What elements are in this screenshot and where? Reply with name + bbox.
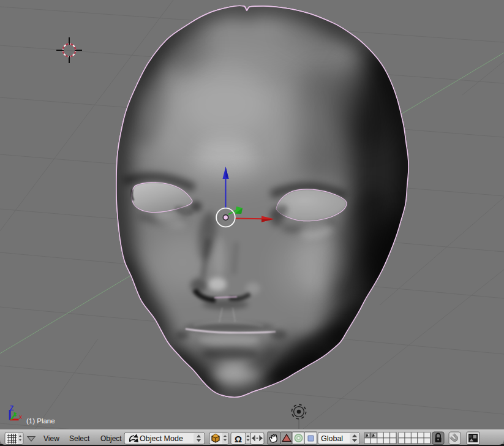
svg-text:(1) Plane: (1) Plane xyxy=(26,417,55,425)
svg-text:Ω: Ω xyxy=(235,434,242,444)
svg-text:x: x xyxy=(19,414,22,420)
svg-text:Global: Global xyxy=(321,434,343,443)
svg-text:Z: Z xyxy=(10,405,13,412)
